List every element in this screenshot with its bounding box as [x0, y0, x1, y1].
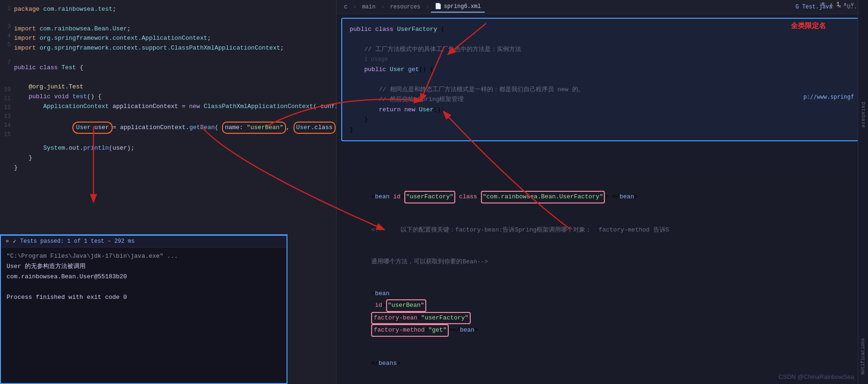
top-icons: 👁 ⚠ 1 ∧ ∨	[820, 1, 854, 8]
database-label: Database	[861, 102, 866, 128]
console-panel: » ✓ Tests passed: 1 of 1 test – 292 ms "…	[0, 234, 287, 384]
xml-line-1: <bean id="userFactory" class="com.rainbo…	[342, 181, 852, 214]
run-indicator: »	[6, 238, 9, 245]
console-header: » ✓ Tests passed: 1 of 1 test – 292 ms	[1, 236, 287, 247]
code-area[interactable]: package com.rainbowsea.test; import com.…	[0, 0, 336, 178]
tab-c[interactable]: c	[340, 2, 351, 12]
tabs-bar: c › main › resources › 📄spring6.xml G Te…	[337, 0, 868, 14]
userfactory-code-box: public class UserFactory { // 工厂方法模式中的具体…	[341, 18, 863, 141]
test-status-text: Tests passed: 1 of 1 test – 292 ms	[20, 238, 135, 245]
userfactory-section: public class UserFactory { // 工厂方法模式中的具体…	[341, 18, 863, 141]
url-hint: p://www.springf	[803, 94, 854, 100]
console-body: "C:\Program Files\Java\jdk-17\bin\java.e…	[1, 247, 287, 306]
test-status-icon: ✓	[13, 238, 16, 245]
annotation-label: 全类限定名	[791, 22, 826, 30]
console-line-1: "C:\Program Files\Java\jdk-17\bin\java.e…	[7, 251, 281, 261]
console-line-5: Process finished with exit code 0	[7, 292, 281, 303]
xml-line-5: </beans>	[342, 348, 852, 379]
nav-down[interactable]: ∨	[851, 1, 854, 8]
database-sidebar: Database	[858, 0, 868, 231]
xml-line-4: <bean id="userBean" factory-bean="userFa…	[342, 278, 852, 348]
xml-line-2: <!-- 以下的配置很关键：factory-bean:告诉Spring框架调用哪…	[342, 214, 852, 246]
eye-icon[interactable]: 👁	[820, 1, 826, 8]
left-panel: 1 3 4 5 7 10 11 12 13 14 15 package com.…	[0, 0, 337, 384]
tab-spring6xml[interactable]: 📄spring6.xml	[431, 1, 484, 13]
watermark: CSDN @ChinaRainbowSea	[779, 373, 854, 380]
nav-up[interactable]: ∧	[844, 1, 847, 8]
warning-icon: ⚠ 1	[830, 1, 840, 8]
xml-line-3: 通用哪个方法，可以获取到你要的Bean-->	[342, 246, 852, 278]
xml-section: <bean id="userFactory" class="com.rainbo…	[337, 176, 858, 384]
tab-main[interactable]: main	[358, 2, 379, 12]
main-container: 1 3 4 5 7 10 11 12 13 14 15 package com.…	[0, 0, 868, 384]
notification-label: Notifications	[861, 338, 866, 375]
right-panel: c › main › resources › 📄spring6.xml G Te…	[337, 0, 868, 384]
console-line-3: com.rainbowsea.Bean.User@55183b20	[7, 272, 281, 282]
tab-resources[interactable]: resources	[386, 2, 424, 12]
console-line-2: User 的无参构造方法被调用	[7, 261, 281, 272]
